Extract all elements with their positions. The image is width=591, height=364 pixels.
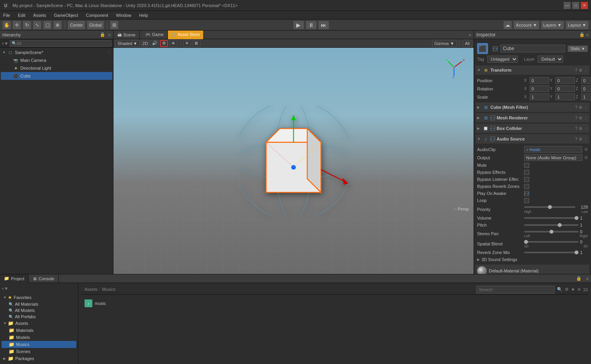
models-folder-item[interactable]: 📁 Models — [2, 334, 76, 341]
project-star-icon[interactable]: ★ — [571, 287, 575, 292]
stereo-pan-slider[interactable] — [524, 231, 578, 232]
reverb-slider[interactable] — [524, 252, 578, 253]
bottom-panel-lock[interactable]: 🔒 — [574, 276, 584, 281]
close-button[interactable]: ✕ — [581, 2, 588, 9]
menu-window[interactable]: Window — [114, 12, 133, 18]
priority-slider[interactable] — [524, 206, 575, 208]
inspector-lock-icon[interactable]: 🔒 — [579, 32, 585, 37]
pos-x-input[interactable] — [530, 77, 549, 84]
rot-x-input[interactable] — [530, 85, 549, 92]
favorites-item[interactable]: ▼ ★ Favorites — [2, 294, 76, 301]
window-controls[interactable]: — □ ✕ — [564, 2, 588, 9]
all-prefabs-item[interactable]: 🔍 All Prefabs — [2, 314, 76, 320]
audio-toggle[interactable]: 🔊 — [151, 40, 159, 47]
global-toggle[interactable]: Global — [87, 21, 104, 29]
scene-gizmo-btn[interactable]: ✕ — [183, 40, 191, 47]
audiosource-checkbox[interactable]: ✓ — [490, 137, 495, 141]
audio-source-header[interactable]: ▼ ♪ ✓ Audio Source ? ⚙ ⋮ — [476, 134, 589, 144]
account-dropdown[interactable]: Account ▼ — [514, 21, 539, 29]
scene-mode-toggle[interactable]: ≋ — [169, 40, 177, 47]
menu-help[interactable]: Help — [137, 12, 150, 18]
pitch-slider[interactable] — [524, 224, 578, 226]
rot-z-input[interactable] — [581, 85, 591, 92]
bypass-reverb-checkbox[interactable] — [524, 184, 529, 189]
breadcrumb-musics[interactable]: Musics — [102, 287, 115, 292]
project-options-icon[interactable]: ≋ — [577, 287, 581, 292]
all-materials-item[interactable]: 🔍 All Materials — [2, 301, 76, 307]
play-on-awake-checkbox[interactable]: ✓ — [524, 191, 529, 196]
mesh-renderer-header[interactable]: ▶ ⊞ ✓ Mesh Renderer ? ⚙ ⋮ — [476, 113, 589, 123]
bypass-listener-checkbox[interactable] — [524, 177, 529, 182]
meshrenderer-settings-btn[interactable]: ⚙ — [579, 116, 582, 120]
hierarchy-item-samplescene[interactable]: ▼ ⬡ SampleScene* ⋮ — [1, 49, 112, 56]
center-toggle[interactable]: Center — [68, 21, 85, 29]
transform-menu-btn[interactable]: ⋮ — [584, 68, 588, 72]
output-select-btn[interactable]: ⊙ — [584, 155, 588, 160]
minimize-button[interactable]: — — [564, 2, 571, 9]
scene-tab-scene[interactable]: 🏔 Scene — [114, 31, 140, 39]
static-dropdown[interactable]: Static ▼ — [568, 45, 588, 52]
boxcollider-help-btn[interactable]: ? — [575, 126, 577, 131]
transform-header[interactable]: ▼ ⊕ Transform ? ⚙ ⋮ — [476, 65, 589, 75]
meshfilter-menu-btn[interactable]: ⋮ — [584, 105, 588, 110]
2d-toggle[interactable]: 2D — [141, 40, 149, 47]
pause-button[interactable]: ⏸ — [306, 21, 317, 29]
transform-tool-button[interactable]: ⊕ — [53, 21, 62, 29]
audiosource-menu-btn[interactable]: ⋮ — [584, 137, 588, 141]
menu-component[interactable]: Component — [84, 12, 110, 18]
scene-gizmo[interactable]: X Y Z — [442, 56, 466, 79]
shaded-dropdown[interactable]: Shaded ▼ — [115, 40, 140, 47]
bottom-panel-menu[interactable]: ≡ — [584, 276, 591, 281]
packages-item[interactable]: ▶ 📁 Packages — [2, 355, 76, 362]
grid-button[interactable]: ⊞ — [110, 21, 119, 29]
scale-y-input[interactable] — [555, 94, 575, 100]
project-search-input[interactable] — [476, 286, 555, 294]
inspector-menu-icon[interactable]: ≡ — [586, 32, 589, 37]
menu-file[interactable]: File — [2, 12, 12, 18]
gizmos-dropdown[interactable]: Gizmos ▼ — [432, 40, 457, 47]
project-thumb-icon[interactable]: ⚙ — [565, 287, 569, 292]
scale-tool-button[interactable]: ⤡ — [33, 21, 41, 29]
layers-dropdown[interactable]: Layers ▼ — [541, 21, 564, 29]
console-tab[interactable]: 🖥 Console — [29, 274, 58, 283]
rot-y-input[interactable] — [555, 85, 575, 92]
boxcollider-checkbox[interactable]: ✓ — [490, 126, 495, 131]
play-button[interactable]: ▶ — [293, 21, 304, 29]
boxcollider-menu-btn[interactable]: ⋮ — [584, 126, 588, 131]
meshrenderer-checkbox[interactable]: ✓ — [490, 115, 495, 120]
box-collider-header[interactable]: ▶ 🔲 ✓ Box Collider ? ⚙ ⋮ — [476, 124, 589, 133]
scene-tab-assetstore[interactable]: 🛒 Asset Store — [168, 31, 203, 39]
pos-z-input[interactable] — [581, 77, 591, 84]
meshfilter-settings-btn[interactable]: ⚙ — [579, 105, 582, 110]
spatial-blend-slider[interactable] — [524, 241, 578, 243]
tag-dropdown[interactable]: Untagged — [487, 56, 518, 63]
collab-button[interactable]: ☁ — [503, 21, 512, 29]
scale-x-input[interactable] — [530, 94, 549, 100]
object-name-input[interactable] — [500, 45, 565, 52]
transform-help-btn[interactable]: ? — [575, 68, 577, 72]
scene-tab-game[interactable]: 🎮 Game — [140, 31, 168, 39]
scene-tabs-menu[interactable]: ≡ — [467, 32, 474, 37]
all-dropdown[interactable]: All — [463, 40, 472, 47]
breadcrumb-assets[interactable]: Assets — [85, 287, 97, 292]
audiosource-help-btn[interactable]: ? — [575, 137, 577, 141]
hierarchy-item-cube[interactable]: ⬛ Cube — [1, 72, 112, 80]
hierarchy-menu-icon[interactable]: ≡ — [108, 32, 111, 37]
meshfilter-help-btn[interactable]: ? — [575, 105, 577, 110]
boxcollider-settings-btn[interactable]: ⚙ — [579, 126, 582, 131]
audioclip-select-btn[interactable]: ⊙ — [584, 147, 588, 152]
scene-menu-btn[interactable]: ⋮ — [107, 50, 111, 55]
bypass-effects-checkbox[interactable] — [524, 170, 529, 175]
hierarchy-item-maincamera[interactable]: 📷 Main Camera — [1, 56, 112, 64]
object-active-checkbox[interactable]: ✓ — [493, 46, 498, 51]
menu-gameobject[interactable]: GameObject — [52, 12, 80, 18]
scene-viewport[interactable]: X Y Z ←Persp — [114, 48, 474, 274]
transform-settings-btn[interactable]: ⚙ — [579, 68, 582, 72]
project-tab[interactable]: 📁 Project — [0, 274, 29, 283]
scale-z-input[interactable] — [581, 94, 591, 100]
meshrenderer-menu-btn[interactable]: ⋮ — [584, 116, 588, 120]
project-add-btn[interactable]: +▼ — [2, 286, 8, 291]
all-models-item[interactable]: 🔍 All Models — [2, 307, 76, 314]
rotate-tool-button[interactable]: ↻ — [23, 21, 31, 29]
move-tool-button[interactable]: ✛ — [13, 21, 21, 29]
